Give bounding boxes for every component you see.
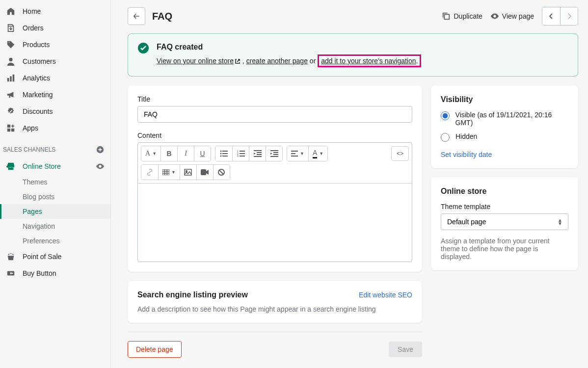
pos-icon xyxy=(6,252,16,262)
nav-buy-button[interactable]: Buy Button xyxy=(0,265,110,282)
nav-orders[interactable]: Orders xyxy=(0,20,110,36)
megaphone-icon xyxy=(6,90,16,100)
check-icon xyxy=(138,43,149,53)
svg-rect-36 xyxy=(201,169,206,175)
nav-label: Analytics xyxy=(23,74,50,82)
duplicate-button[interactable]: Duplicate xyxy=(442,12,482,21)
svg-rect-33 xyxy=(162,169,169,175)
add-nav-link[interactable]: add it to your store's navigation xyxy=(321,57,416,65)
nav-themes[interactable]: Themes xyxy=(0,175,110,189)
nav-analytics[interactable]: Analytics xyxy=(0,70,110,86)
nav-label: Home xyxy=(23,7,41,15)
success-banner: FAQ created View on your online store , … xyxy=(128,33,578,77)
rte-body[interactable] xyxy=(138,183,412,262)
rte-image[interactable] xyxy=(180,165,196,180)
visibility-hidden-radio[interactable] xyxy=(441,133,450,142)
rte-italic[interactable]: I xyxy=(177,146,194,161)
svg-point-12 xyxy=(220,153,222,155)
set-visibility-date-link[interactable]: Set visibility date xyxy=(441,151,492,158)
view-online-link[interactable]: View on your online store xyxy=(157,57,241,65)
banner-title: FAQ created xyxy=(157,43,421,52)
apps-icon xyxy=(6,123,16,133)
rte-format[interactable]: A▼ xyxy=(141,146,160,161)
delete-page-button[interactable]: Delete page xyxy=(128,341,182,358)
orders-icon xyxy=(6,23,16,33)
nav-label: Pages xyxy=(23,208,42,215)
nav-navigation[interactable]: Navigation xyxy=(0,219,110,234)
pager xyxy=(542,7,578,26)
nav-discounts[interactable]: Discounts xyxy=(0,103,110,120)
template-help: Assign a template from your current them… xyxy=(441,237,568,261)
rte-bullet-list[interactable] xyxy=(215,146,232,161)
visibility-title: Visibility xyxy=(441,95,568,104)
rte-video[interactable] xyxy=(196,165,213,180)
nav-point-of-sale[interactable]: Point of Sale xyxy=(0,248,110,265)
pager-next[interactable] xyxy=(560,7,578,25)
header-actions: Duplicate View page xyxy=(442,7,578,26)
person-icon xyxy=(6,56,16,66)
view-store-icon[interactable] xyxy=(96,162,105,171)
nav-label: Point of Sale xyxy=(23,253,61,261)
nav-marketing[interactable]: Marketing xyxy=(0,86,110,103)
nav-preferences[interactable]: Preferences xyxy=(0,234,110,248)
svg-rect-4 xyxy=(7,125,10,128)
nav-online-store[interactable]: Online Store xyxy=(0,158,110,175)
nav-label: Marketing xyxy=(23,91,53,99)
rte-html-toggle[interactable]: <> xyxy=(391,146,409,161)
nav-label: Preferences xyxy=(23,237,59,245)
nav-label: Discounts xyxy=(23,107,53,115)
svg-rect-28 xyxy=(273,154,278,155)
rte-color[interactable]: A▼ xyxy=(308,146,327,161)
nav-label: Products xyxy=(23,41,50,49)
svg-rect-21 xyxy=(240,156,245,157)
svg-rect-24 xyxy=(257,154,262,155)
svg-rect-26 xyxy=(270,150,278,151)
seo-card: Search engine listing preview Edit websi… xyxy=(128,281,422,323)
buy-button-icon xyxy=(6,268,16,278)
nav-pages[interactable]: Pages xyxy=(0,204,110,219)
svg-rect-9 xyxy=(445,14,450,19)
rte-underline[interactable]: U xyxy=(194,146,211,161)
svg-rect-11 xyxy=(222,151,228,152)
rte-table[interactable]: ▼ xyxy=(158,165,180,180)
nav-label: Customers xyxy=(23,57,56,65)
template-select[interactable]: Default page xyxy=(441,213,568,230)
create-another-link[interactable]: create another page xyxy=(246,57,308,65)
nav-customers[interactable]: Customers xyxy=(0,53,110,70)
home-icon xyxy=(6,6,16,16)
main-content: FAQ Duplicate View page FAQ created View… xyxy=(111,0,588,368)
add-channel-icon[interactable] xyxy=(96,145,105,154)
title-input[interactable] xyxy=(137,106,412,123)
sales-channels-label: SALES CHANNELS xyxy=(3,146,55,153)
svg-point-0 xyxy=(9,58,12,61)
sidebar: Home Orders Products Customers Analytics… xyxy=(0,0,111,368)
rte-bold[interactable]: B xyxy=(160,146,177,161)
rte-align[interactable]: ▼ xyxy=(287,146,308,161)
rte-outdent[interactable] xyxy=(249,146,266,161)
pager-prev[interactable] xyxy=(542,7,560,25)
svg-point-10 xyxy=(220,151,222,152)
rte-clear[interactable] xyxy=(213,165,230,180)
nav-apps[interactable]: Apps xyxy=(0,120,110,136)
nav-home[interactable]: Home xyxy=(0,3,110,20)
content-card: Title Content A▼ B I U xyxy=(128,85,422,272)
seo-description: Add a description to see how this Page m… xyxy=(137,305,412,313)
svg-rect-3 xyxy=(13,75,15,81)
sales-channels-heading: SALES CHANNELS xyxy=(0,136,110,158)
svg-rect-6 xyxy=(7,129,10,131)
nav-products[interactable]: Products xyxy=(0,36,110,53)
visibility-hidden-option[interactable]: Hidden xyxy=(441,132,568,142)
visibility-visible-option[interactable]: Visible (as of 19/11/2021, 20:16 GMT) xyxy=(441,111,568,127)
nav-blog-posts[interactable]: Blog posts xyxy=(0,189,110,204)
rte-link[interactable] xyxy=(141,165,158,180)
banner-links: View on your online store , create anoth… xyxy=(157,54,421,67)
view-page-button[interactable]: View page xyxy=(490,12,534,21)
rte-numbered-list[interactable]: 123 xyxy=(232,146,249,161)
back-button[interactable] xyxy=(128,7,145,25)
rte-indent[interactable] xyxy=(266,146,282,161)
visibility-visible-radio[interactable] xyxy=(441,111,450,120)
save-button[interactable]: Save xyxy=(389,342,422,357)
edit-seo-link[interactable]: Edit website SEO xyxy=(359,291,412,299)
svg-rect-31 xyxy=(291,153,295,154)
tag-icon xyxy=(6,40,16,50)
